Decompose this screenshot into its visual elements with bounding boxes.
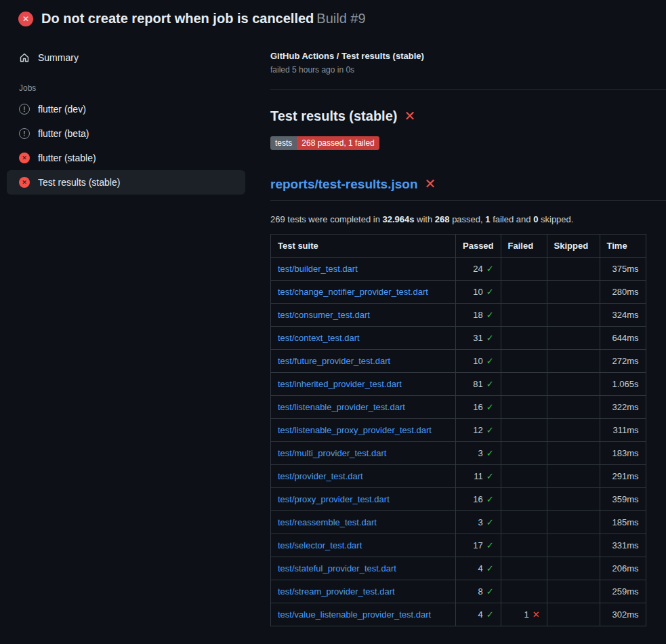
- table-header-row: Test suite Passed Failed Skipped Time: [271, 235, 646, 258]
- check-icon: ✓: [486, 356, 494, 366]
- suite-link[interactable]: test/listenable_proxy_provider_test.dart: [278, 425, 432, 435]
- summary-failed-count: 1: [485, 214, 490, 224]
- x-circle-icon: ✕: [19, 177, 30, 188]
- summary-passed-count: 268: [435, 214, 450, 224]
- job-label: Test results (stable): [38, 177, 120, 188]
- suite-link[interactable]: test/builder_test.dart: [278, 264, 358, 274]
- summary-text: failed and: [491, 214, 534, 224]
- time-value: 291ms: [612, 471, 639, 481]
- sidebar-item-flutter-stable[interactable]: ✕ flutter (stable): [7, 146, 245, 170]
- suite-link[interactable]: test/stream_provider_test.dart: [278, 586, 395, 597]
- table-row: test/provider_test.dart 11✓ ✕ 291ms: [271, 465, 646, 488]
- table-row: test/stateful_provider_test.dart 4✓ ✕ 20…: [271, 557, 646, 580]
- summary-label: Summary: [38, 52, 79, 63]
- sidebar: Summary Jobs ! flutter (dev) ! flutter (…: [0, 36, 245, 195]
- report-link[interactable]: reports/test-results.json: [270, 177, 418, 191]
- check-icon: ✓: [486, 586, 494, 597]
- suite-link[interactable]: test/value_listenable_provider_test.dart: [278, 609, 431, 620]
- table-row: test/stream_provider_test.dart 8✓ ✕ 259m…: [271, 580, 646, 603]
- divider: [270, 89, 666, 90]
- x-glyph: ✕: [22, 179, 27, 186]
- table-row: test/value_listenable_provider_test.dart…: [271, 603, 646, 626]
- passed-count: 3: [478, 517, 482, 527]
- suite-link[interactable]: test/consumer_test.dart: [278, 310, 370, 320]
- check-icon: ✓: [486, 563, 494, 573]
- passed-count: 18: [473, 310, 482, 320]
- check-icon: ✓: [486, 540, 494, 550]
- results-summary: 269 tests were completed in 32.964s with…: [270, 214, 666, 224]
- time-value: 644ms: [612, 333, 639, 343]
- exclamation-circle-icon: !: [19, 128, 30, 139]
- check-icon: ✓: [486, 310, 494, 320]
- passed-count: 31: [473, 333, 482, 343]
- table-body: test/builder_test.dart 24✓ ✕ 375ms test/…: [271, 258, 646, 626]
- failed-x-icon: ✕: [425, 176, 436, 191]
- summary-text: with: [414, 214, 434, 224]
- table-row: test/consumer_test.dart 18✓ ✕ 324ms: [271, 304, 646, 327]
- col-header-passed: Passed: [456, 235, 501, 258]
- failed-count: 1: [524, 609, 528, 620]
- suite-link[interactable]: test/context_test.dart: [278, 333, 360, 343]
- time-value: 183ms: [612, 448, 639, 458]
- run-meta: failed 5 hours ago in 0s: [270, 65, 666, 75]
- passed-count: 3: [478, 448, 482, 458]
- suite-link[interactable]: test/inherited_provider_test.dart: [278, 379, 402, 389]
- table-row: test/builder_test.dart 24✓ ✕ 375ms: [271, 258, 646, 281]
- table-row: test/listenable_provider_test.dart 16✓ ✕…: [271, 396, 646, 419]
- suite-link[interactable]: test/multi_provider_test.dart: [278, 448, 386, 458]
- col-header-test-suite: Test suite: [271, 235, 456, 258]
- passed-count: 17: [473, 540, 482, 550]
- passed-count: 10: [473, 287, 482, 297]
- table-row: test/multi_provider_test.dart 3✓ ✕ 183ms: [271, 442, 646, 465]
- passed-count: 16: [473, 494, 482, 504]
- exclamation-glyph: !: [23, 106, 25, 113]
- run-title: Do not create report when job is cancell…: [41, 11, 366, 26]
- job-label: flutter (stable): [38, 153, 96, 163]
- sidebar-item-test-results-stable[interactable]: ✕ Test results (stable): [7, 170, 245, 195]
- suite-link[interactable]: test/provider_test.dart: [278, 471, 363, 481]
- x-circle-icon: ✕: [19, 153, 30, 163]
- check-icon: ✓: [486, 287, 494, 297]
- job-label: flutter (dev): [38, 104, 86, 115]
- sidebar-item-flutter-dev[interactable]: ! flutter (dev): [7, 97, 245, 121]
- table-row: test/selector_test.dart 17✓ ✕ 331ms: [271, 534, 646, 557]
- summary-text: passed,: [450, 214, 486, 224]
- passed-count: 12: [473, 425, 482, 435]
- table-row: test/future_provider_test.dart 10✓ ✕ 272…: [271, 350, 646, 373]
- col-header-time: Time: [600, 235, 646, 258]
- check-icon: ✓: [486, 448, 494, 458]
- main-content: GitHub Actions / Test results (stable) f…: [245, 36, 666, 626]
- sidebar-item-flutter-beta[interactable]: ! flutter (beta): [7, 121, 245, 146]
- badge-value: 268 passed, 1 failed: [297, 136, 379, 150]
- failed-status-icon: ✕: [18, 12, 33, 26]
- x-icon: ✕: [533, 609, 540, 620]
- section-title-text: Test results (stable): [270, 108, 397, 123]
- passed-count: 81: [473, 379, 482, 389]
- suite-link[interactable]: test/stateful_provider_test.dart: [278, 563, 396, 573]
- home-icon: [19, 52, 30, 63]
- exclamation-circle-icon: !: [19, 104, 30, 115]
- suite-link[interactable]: test/future_provider_test.dart: [278, 356, 390, 366]
- table-row: test/listenable_proxy_provider_test.dart…: [271, 419, 646, 442]
- table-row: test/reassemble_test.dart 3✓ ✕ 185ms: [271, 511, 646, 534]
- time-value: 1.065s: [612, 379, 639, 389]
- time-value: 259ms: [612, 586, 639, 597]
- suite-link[interactable]: test/reassemble_test.dart: [278, 517, 377, 527]
- passed-count: 4: [478, 563, 482, 573]
- x-glyph: ✕: [22, 155, 27, 161]
- check-icon: ✓: [486, 609, 494, 620]
- build-number: Build #9: [316, 11, 365, 26]
- passed-count: 11: [474, 471, 483, 481]
- passed-count: 4: [478, 609, 482, 620]
- table-row: test/proxy_provider_test.dart 16✓ ✕ 359m…: [271, 488, 646, 511]
- suite-link[interactable]: test/proxy_provider_test.dart: [278, 494, 390, 504]
- suite-link[interactable]: test/listenable_provider_test.dart: [278, 402, 405, 412]
- summary-text: 269 tests were completed in: [270, 214, 382, 224]
- suite-link[interactable]: test/change_notifier_provider_test.dart: [278, 287, 428, 297]
- sidebar-item-summary[interactable]: Summary: [7, 45, 245, 70]
- time-value: 206ms: [612, 563, 639, 573]
- table-row: test/change_notifier_provider_test.dart …: [271, 281, 646, 304]
- passed-count: 24: [473, 264, 482, 274]
- suite-link[interactable]: test/selector_test.dart: [278, 540, 362, 550]
- run-title-text: Do not create report when job is cancell…: [41, 11, 314, 26]
